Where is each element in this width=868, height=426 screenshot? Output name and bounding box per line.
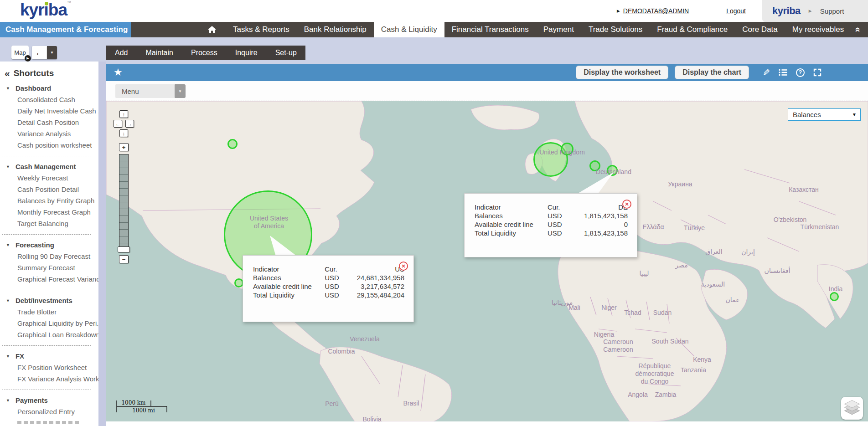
nav-item-my-receivables[interactable]: My receivables (785, 22, 851, 37)
popup-cell-indicator: Total Liquidity (253, 291, 325, 299)
shortcut-item[interactable]: Weekly Forecast (0, 172, 98, 184)
shortcut-section-cash-management: ▼Cash Management Weekly Forecast Cash Po… (0, 161, 98, 229)
scale-mi-label: 1000 mi (132, 407, 155, 414)
zoom-slider-handle[interactable] (118, 246, 130, 252)
shortcut-item[interactable]: FX Position Worksheet (0, 362, 98, 373)
pan-up-button[interactable]: ↑ (119, 110, 128, 118)
help-icon[interactable]: ? (796, 68, 805, 77)
map-bubble-canada[interactable] (227, 139, 238, 149)
popup-cell-currency: USD (325, 282, 351, 291)
map-bubble-mexico[interactable] (234, 278, 243, 287)
popup-col-indicator: Indicator (253, 265, 325, 273)
shortcut-item[interactable]: Trade Blotter (0, 306, 98, 318)
section-collapse-icon[interactable]: ▼ (6, 395, 10, 406)
shortcut-item[interactable]: Graphical Forecast Varianc... (0, 273, 98, 285)
nav-item-core-data[interactable]: Core Data (735, 22, 785, 37)
menu-maintain[interactable]: Maintain (145, 49, 173, 57)
pan-left-button[interactable]: ← (114, 120, 122, 128)
nav-item-payment[interactable]: Payment (536, 22, 581, 37)
collapse-navbar-button[interactable]: « (856, 22, 861, 37)
close-popup-icon[interactable]: ✕ (399, 262, 408, 271)
support-label[interactable]: Support (820, 7, 844, 15)
map-bubble-netherlands[interactable] (589, 160, 600, 171)
shortcut-item[interactable]: Target Balancing (0, 218, 98, 229)
fullscreen-icon[interactable] (813, 68, 822, 77)
section-collapse-icon[interactable]: ▼ (6, 351, 10, 362)
popup-col-country: US (351, 265, 404, 273)
support-arrow-icon: ▶ (809, 9, 812, 13)
edit-icon[interactable]: ✎ (763, 67, 770, 78)
support-area[interactable]: kyriba ▶ Support (762, 0, 868, 22)
menu-process[interactable]: Process (191, 49, 217, 57)
logout-link[interactable]: Logout (726, 7, 746, 15)
map-bubble-germany[interactable] (607, 165, 618, 176)
nav-item-bank-relationship[interactable]: Bank Relationship (297, 22, 374, 37)
indicator-select-value: Balances (793, 111, 821, 118)
shortcut-item[interactable]: Monthly Forecast Graph (0, 206, 98, 218)
nav-item-trade-solutions[interactable]: Trade Solutions (581, 22, 650, 37)
shortcut-item[interactable]: FX Variance Analysis Work... (0, 373, 98, 385)
nav-item-tasks-reports[interactable]: Tasks & Reports (226, 22, 297, 37)
shortcut-item[interactable]: Cash Position Detail (0, 184, 98, 195)
pan-down-button[interactable]: ↓ (119, 129, 128, 137)
menu-dropdown-arrow[interactable]: ▼ (175, 84, 186, 98)
shortcut-item[interactable]: Detail Cash Position (0, 117, 98, 128)
zoom-out-button[interactable]: − (119, 255, 129, 263)
back-history-dropdown[interactable]: ▼ (47, 46, 57, 59)
shortcut-item[interactable]: Daily Net Investable Cash ... (0, 105, 98, 117)
shortcuts-panel: « Shortcuts ▼Dashboard Consolidated Cash… (0, 62, 98, 426)
map-canvas[interactable]: United States of America United Kingdom … (106, 101, 868, 421)
popup-cell-value: 1,815,423,158 (574, 211, 628, 220)
map-bubble-uk-small[interactable] (561, 143, 574, 155)
indicator-select[interactable]: Balances ▼ (788, 108, 861, 121)
zoom-slider-track[interactable] (119, 154, 129, 250)
nav-item-fraud-compliance[interactable]: Fraud & Compliance (650, 22, 735, 37)
section-separator (2, 290, 91, 290)
popup-cell-value: 0 (574, 220, 628, 229)
shortcut-item[interactable]: Graphical Liquidity by Peri... (0, 318, 98, 329)
nav-item-financial-transactions[interactable]: Financial Transactions (444, 22, 536, 37)
menu-inquire[interactable]: Inquire (235, 49, 258, 57)
display-worksheet-button[interactable]: Display the worksheet (576, 66, 668, 79)
menu-setup[interactable]: Set-up (275, 49, 297, 57)
shortcut-item[interactable]: Cash position worksheet (0, 139, 98, 151)
shortcut-item[interactable]: Rolling 90 Day Forecast (0, 251, 98, 262)
section-collapse-icon[interactable]: ▼ (6, 161, 10, 172)
display-chart-button[interactable]: Display the chart (675, 66, 749, 79)
map-tab-badge-icon: ▶ (25, 55, 31, 62)
popup-cell-currency: USD (325, 291, 351, 299)
collapse-shortcuts-icon[interactable]: « (5, 68, 10, 79)
popup-cell-currency: USD (548, 229, 574, 237)
user-menu-label[interactable]: DEMODATA8@ADMIN (623, 7, 689, 15)
shortcut-item[interactable]: Balances by Entity Graph (0, 195, 98, 206)
user-menu[interactable]: ▶ DEMODATA8@ADMIN (617, 7, 689, 15)
layer-switcher-button[interactable] (841, 397, 863, 420)
sidebar-scrollbar[interactable] (98, 62, 106, 426)
pan-right-button[interactable]: → (125, 120, 134, 128)
shortcut-item[interactable]: Variance Analysis (0, 128, 98, 139)
section-collapse-icon[interactable]: ▼ (6, 240, 10, 251)
menu-dropdown[interactable]: Menu (115, 84, 175, 98)
list-view-icon[interactable] (779, 69, 787, 76)
section-title: Cash Management (16, 161, 76, 172)
home-nav-item[interactable] (198, 22, 226, 37)
section-separator (2, 390, 91, 390)
section-collapse-icon[interactable]: ▼ (6, 295, 10, 306)
shortcut-item[interactable]: Summary Forecast (0, 262, 98, 273)
shortcut-item[interactable]: Graphical Loan Breakdown... (0, 329, 98, 340)
section-collapse-icon[interactable]: ▼ (6, 83, 10, 94)
close-popup-icon[interactable]: ✕ (622, 200, 631, 209)
layers-icon (842, 399, 862, 417)
nav-item-cash-liquidity[interactable]: Cash & Liquidity (374, 22, 444, 37)
map-bubble-india[interactable] (830, 292, 839, 301)
menu-add[interactable]: Add (115, 49, 128, 57)
logo-trademark: ™ (67, 0, 71, 5)
kyriba-support-logo: kyriba (772, 5, 801, 17)
favorite-star-icon[interactable]: ★ (114, 67, 123, 77)
zoom-in-button[interactable]: + (119, 143, 129, 151)
map-view-tab[interactable]: Map ▶ (11, 46, 29, 59)
popup-cell-indicator: Balances (475, 211, 548, 220)
shortcut-item[interactable]: Personalized Entry (0, 406, 98, 417)
shortcut-item[interactable]: Consolidated Cash (0, 94, 98, 105)
back-button[interactable]: ← (32, 46, 47, 59)
